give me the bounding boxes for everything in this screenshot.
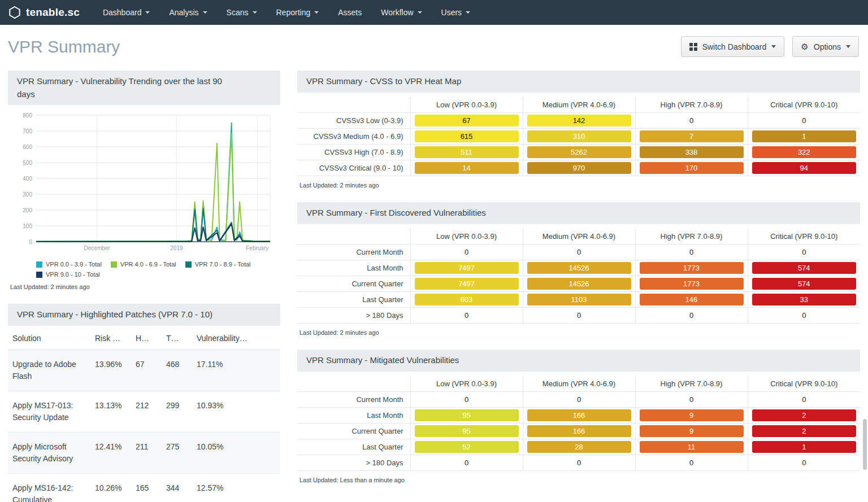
value-pill[interactable]: 1103 (527, 294, 631, 305)
table-row[interactable]: Upgrade to Adobe Flash13.96%6746817.11% (8, 350, 280, 391)
row-label: Current Quarter (297, 276, 410, 292)
mitigated-table: Low (VPR 0.0-3.9)Medium (VPR 4.0-6.9)Hig… (297, 376, 860, 472)
panel-title-mitigated[interactable]: VPR Summary - Mitigated Vulnerabilities (297, 350, 860, 372)
value-pill[interactable]: 1773 (640, 278, 744, 290)
column-header[interactable]: Solution (8, 327, 90, 350)
nav-item-label: Dashboard (103, 8, 142, 17)
panel-title-text: VPR Summary - Highlighted Patches (VPR 7… (17, 309, 212, 319)
nav-item-analysis[interactable]: Analysis (159, 0, 216, 25)
value-pill[interactable]: 28 (527, 441, 631, 453)
value-pill[interactable]: 146 (640, 294, 744, 305)
nav-item-workflow[interactable]: Workflow (371, 0, 431, 25)
nav-item-assets[interactable]: Assets (328, 0, 371, 25)
value-pill[interactable]: 14526 (527, 278, 631, 290)
value-pill[interactable]: 511 (415, 146, 519, 158)
panel-title-text: VPR Summary - First Discovered Vulnerabi… (306, 208, 486, 217)
value-pill[interactable]: 33 (752, 294, 857, 305)
page-title: VPR Summary (8, 37, 120, 56)
matrix-row: Current Month0000 (297, 245, 860, 260)
column-header[interactable]: Vulnerability… (192, 327, 280, 350)
matrix-cell: 0 (635, 245, 748, 260)
panel-title-highlighted-patches[interactable]: VPR Summary - Highlighted Patches (VPR 7… (8, 304, 280, 326)
value-pill[interactable]: 95 (415, 409, 519, 421)
legend-label: VPR 0.0 - 3.9 - Total (46, 261, 102, 268)
value-pill[interactable]: 574 (752, 278, 857, 290)
value-pill[interactable]: 9 (640, 409, 744, 421)
last-updated-mitigated: Last Updated: Less than a minute ago (297, 471, 860, 486)
matrix-cell: 28 (523, 439, 635, 455)
value-pill[interactable]: 5262 (527, 146, 631, 158)
column-header: Low (VPR 0.0-3.9) (410, 229, 523, 245)
value-pill[interactable]: 170 (640, 162, 744, 174)
table-row[interactable]: Apply MS17-013: Security Update13.13%212… (8, 391, 280, 432)
matrix-cell: 1 (748, 129, 860, 145)
column-header: Medium (VPR 4.0-6.9) (523, 376, 635, 392)
table-row[interactable]: Apply Microsoft Security Advisory12.41%2… (8, 432, 280, 473)
chevron-down-icon (203, 11, 207, 14)
value-pill[interactable]: 166 (527, 425, 631, 437)
value-pill[interactable]: 2 (752, 409, 857, 421)
value-pill[interactable]: 14 (415, 162, 519, 174)
panel-title-cvss-vpr-heatmap[interactable]: VPR Summary - CVSS to VPR Heat Map (297, 71, 860, 93)
patches-cell: 67 (131, 350, 162, 391)
legend-label: VPR 9.0 - 10 - Total (46, 271, 100, 278)
value-pill[interactable]: 67 (415, 115, 519, 126)
scrollbar-thumb[interactable] (863, 419, 867, 470)
column-header: Critical (VPR 9.0-10) (748, 97, 860, 113)
value-pill[interactable]: 95 (415, 425, 519, 437)
value-pill[interactable]: 7497 (415, 262, 519, 274)
value-pill[interactable]: 1773 (640, 262, 744, 274)
patches-cell: 10.26% (90, 473, 131, 502)
table-row[interactable]: Apply MS16-142: Cumulative10.26%16534412… (8, 473, 280, 502)
patches-cell: 13.96% (90, 350, 131, 391)
value-pill[interactable]: 322 (752, 146, 857, 158)
chevron-down-icon (253, 11, 257, 14)
matrix-row: Current Quarter9516692 (297, 424, 860, 439)
value-pill[interactable]: 7 (640, 130, 744, 142)
column-header[interactable]: Risk … (90, 327, 131, 350)
value-pill[interactable]: 1 (752, 441, 857, 453)
nav-item-dashboard[interactable]: Dashboard (93, 0, 160, 25)
value-pill[interactable]: 142 (527, 115, 631, 126)
nav-item-label: Workflow (381, 8, 413, 17)
matrix-cell: 11 (635, 439, 748, 455)
value-pill[interactable]: 9 (640, 425, 744, 437)
matrix-cell: 0 (635, 308, 748, 324)
switch-dashboard-button[interactable]: Switch Dashboard (681, 36, 785, 57)
matrix-cell: 166 (523, 424, 635, 439)
panel-title-vulnerability-trending[interactable]: VPR Summary - Vulnerability Trending ove… (8, 71, 280, 105)
value-pill[interactable]: 574 (752, 262, 857, 274)
value-pill[interactable]: 1 (752, 130, 857, 142)
value-pill[interactable]: 338 (640, 146, 744, 158)
matrix-corner-cell (297, 229, 410, 245)
value-pill[interactable]: 52 (415, 441, 519, 453)
tenable-logo[interactable]: tenable.sc (8, 6, 80, 19)
value-pill[interactable]: 14526 (527, 262, 631, 274)
value-pill[interactable]: 2 (752, 425, 857, 437)
patches-cell: 212 (131, 391, 162, 432)
column-header[interactable]: H… (131, 327, 162, 350)
column-header[interactable]: T… (162, 327, 192, 350)
nav-item-reporting[interactable]: Reporting (267, 0, 329, 25)
row-label: Last Month (297, 260, 410, 276)
value-pill[interactable]: 310 (527, 130, 631, 142)
value-pill[interactable]: 970 (527, 162, 631, 174)
nav-item-scans[interactable]: Scans (217, 0, 267, 25)
nav-item-users[interactable]: Users (432, 0, 480, 25)
row-label: Last Quarter (297, 292, 410, 308)
switch-dashboard-label: Switch Dashboard (702, 42, 767, 51)
header-actions: Switch Dashboard ⚙ Options (681, 36, 859, 57)
value-pill[interactable]: 11 (640, 441, 744, 453)
patches-cell: 17.11% (192, 350, 280, 391)
patches-cell: 13.13% (90, 391, 131, 432)
panel-title-first-discovered[interactable]: VPR Summary - First Discovered Vulnerabi… (297, 202, 860, 224)
value-pill[interactable]: 615 (415, 130, 519, 142)
matrix-cell: 14526 (523, 260, 635, 276)
options-button[interactable]: ⚙ Options (792, 36, 859, 57)
value-pill[interactable]: 603 (415, 294, 519, 305)
value-pill[interactable]: 7497 (415, 278, 519, 290)
value-pill[interactable]: 166 (527, 409, 631, 421)
value-pill[interactable]: 94 (752, 162, 857, 174)
matrix-cell: 7497 (410, 276, 523, 292)
matrix-cell: 338 (635, 145, 748, 160)
